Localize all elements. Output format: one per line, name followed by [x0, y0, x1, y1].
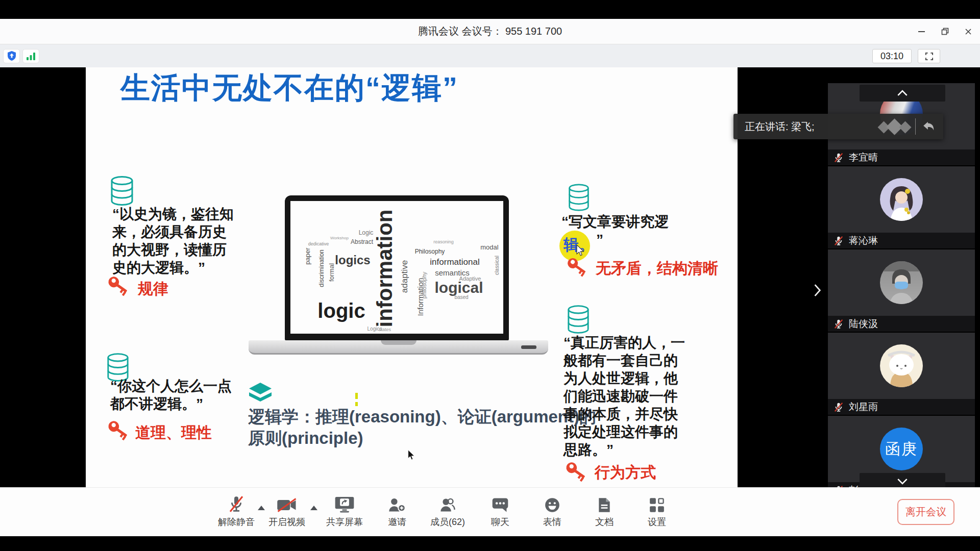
mic-muted-icon [833, 235, 844, 246]
participant-tile[interactable]: 陆侠汲 [828, 249, 975, 332]
mic-options-arrow[interactable] [258, 506, 265, 510]
fullscreen-button[interactable] [918, 49, 940, 63]
layers-icon [249, 382, 272, 403]
participant-tile[interactable]: 刘星雨 [828, 333, 975, 415]
screen-share-icon [334, 496, 355, 513]
participant-video: 函庚 [828, 416, 975, 482]
word-cloud-word: Adaptive [459, 276, 481, 282]
scroll-up-button[interactable] [860, 85, 945, 102]
emoji-button[interactable]: 表情 [532, 493, 573, 528]
participant-name: 蒋沁琳 [849, 234, 878, 247]
toolbar-label: 邀请 [388, 516, 406, 528]
key-icon [563, 459, 589, 485]
invite-button[interactable]: 邀请 [377, 493, 418, 528]
settings-button[interactable]: 设置 [636, 493, 677, 528]
avatar [880, 178, 923, 221]
speaking-text: 正在讲话: 梁飞; [733, 120, 815, 134]
leave-meeting-button[interactable]: 离开会议 [897, 499, 954, 525]
notification-divider [915, 118, 916, 135]
word-cloud-word: discrimination [318, 249, 325, 287]
quote-text: 。” [182, 396, 203, 412]
window-controls [910, 19, 980, 44]
members-button[interactable]: 成员(62) [427, 493, 468, 528]
titlebar: 腾讯会议 会议号： 955 191 700 [0, 19, 980, 44]
main-area: 生活中无处不在的“逻辑” “以史为镜，鉴往知来，必须具备历史的大视野，读懂历史的… [0, 67, 980, 487]
minimize-button[interactable] [910, 19, 933, 44]
quote-person: “你这个人怎么一点都不讲逻辑。” [110, 377, 238, 413]
network-quality-button[interactable] [22, 49, 39, 63]
key-icon [105, 273, 131, 299]
slide-title: 生活中无处不在的“逻辑” [120, 68, 458, 108]
quote-writing-line1: “写文章要讲究逻 [561, 212, 669, 232]
video-options-arrow[interactable] [310, 506, 317, 510]
docs-button[interactable]: 文档 [584, 493, 625, 528]
unmute-button[interactable]: 解除静音 [216, 493, 257, 528]
word-cloud-word: states [379, 327, 391, 332]
restore-button[interactable] [933, 19, 957, 44]
key-icon [565, 255, 589, 280]
word-cloud-word: paper [304, 247, 311, 264]
participant-name: 陆侠汲 [849, 317, 878, 331]
mic-muted-icon [833, 152, 844, 163]
toolbar-label: 表情 [543, 516, 561, 528]
laptop-base [249, 340, 548, 355]
close-button[interactable] [957, 19, 980, 44]
invite-person-plus-icon [388, 497, 406, 513]
bottom-toolbar: 解除静音 开启视频 [0, 487, 980, 536]
quote-bold: 逻 [654, 214, 669, 230]
scroll-down-button[interactable] [860, 473, 945, 487]
participant-name-bar: 李宜晴 [828, 149, 975, 165]
sidebar-expand-chevron-icon[interactable] [814, 284, 822, 297]
keyword-behavior: 行为方式 [595, 462, 656, 483]
word-cloud-word: Workshop [330, 236, 349, 240]
document-icon [597, 497, 611, 513]
pointer-dash [355, 393, 358, 399]
security-level-button[interactable] [3, 49, 20, 63]
restore-icon [941, 28, 949, 35]
fullscreen-icon [925, 52, 934, 61]
reply-arrow-icon[interactable] [922, 120, 936, 133]
participant-video [828, 333, 975, 399]
speaking-notification: 正在讲话: 梁飞; [733, 114, 943, 139]
quote-bold: 逻辑 [153, 396, 182, 412]
share-screen-button[interactable]: 共享屏幕 [324, 493, 365, 528]
key-icon [105, 418, 131, 443]
participant-name-bar: 刘星雨 [828, 399, 975, 415]
toolbar-label: 文档 [595, 516, 614, 528]
pointer-dash [355, 402, 358, 406]
mic-muted-icon [833, 318, 844, 330]
shared-screen-slide: 生活中无处不在的“逻辑” “以史为镜，鉴往知来，必须具备历史的大视野，读懂历史的… [86, 67, 738, 487]
word-cloud-word: logic [317, 299, 365, 322]
emoji-smiley-icon [544, 497, 560, 513]
camera-off-icon [277, 497, 297, 513]
avatar-initials: 函庚 [885, 439, 918, 460]
participant-tile[interactable]: 蒋沁琳 [828, 166, 975, 248]
participant-name-bar: 陆侠汲 [828, 316, 975, 332]
logic-definition: 逻辑学：推理(reasoning)、论证(argument)的原则(princi… [248, 406, 605, 449]
close-icon [965, 28, 972, 35]
window-title: 腾讯会议 会议号： 955 191 700 [0, 19, 980, 44]
word-cloud-word: information [373, 210, 397, 328]
closing-quote: ” [596, 232, 603, 248]
meeting-topbar: 03:10 [0, 44, 980, 67]
network-signal-icon [26, 52, 36, 61]
tencent-meeting-window: 腾讯会议 会议号： 955 191 700 [0, 0, 980, 551]
database-icon [567, 305, 590, 334]
word-cloud-word: dedicative [308, 241, 329, 246]
chevron-up-icon [897, 90, 908, 96]
white-cursor-icon [575, 245, 586, 257]
word-cloud: informationlogiclogicsLogiclogicalinform… [290, 201, 503, 334]
quote-history: “以史为镜，鉴往知来，必须具备历史的大视野，读懂历史的大逻辑。” [112, 205, 237, 277]
participant-name: 李宜晴 [849, 151, 878, 164]
toolbar-label: 成员(62) [430, 516, 465, 528]
word-cloud-word: informational [430, 257, 479, 267]
participant-name-bar: 蒋沁琳 [828, 233, 975, 248]
word-cloud-word: based [454, 294, 468, 300]
members-icon [439, 497, 456, 513]
avatar: 函庚 [880, 428, 923, 470]
word-cloud-word: adaptive [400, 260, 410, 293]
chat-button[interactable]: 聊天 [480, 493, 521, 528]
start-video-button[interactable]: 开启视频 [266, 493, 307, 528]
laptop-notch [381, 340, 416, 345]
database-icon [568, 184, 590, 211]
